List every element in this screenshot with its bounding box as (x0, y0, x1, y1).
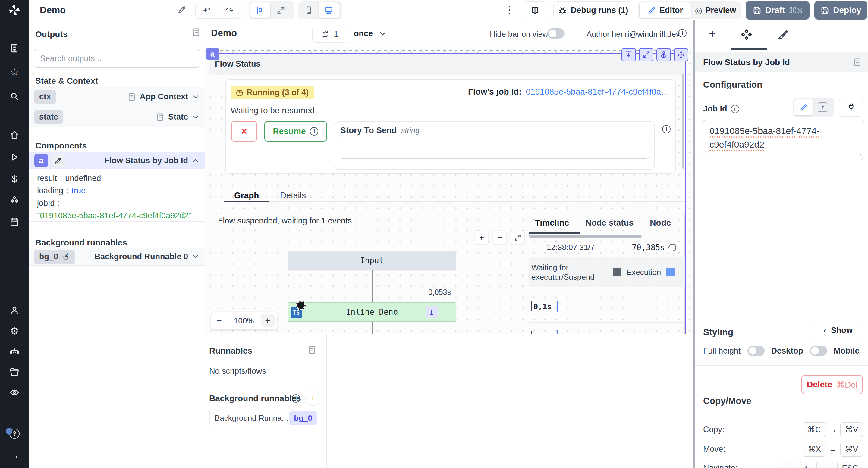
jobid-value: "0191085e-5baa-81ef-4774-c9ef4f0a92d2" (37, 211, 191, 221)
component-toolbar (621, 48, 688, 61)
job-id-value-line2: c9ef4f0a92d2 (710, 139, 764, 149)
bg-runnable-row[interactable]: bg_0 ☞ Background Runnable 0 (29, 247, 205, 266)
story-to-send-textarea[interactable] (340, 139, 649, 159)
chevron-down-icon (192, 93, 199, 101)
search-icon[interactable] (0, 90, 29, 102)
frequency-select[interactable]: once (354, 29, 387, 38)
tab-preview[interactable]: ◎ Preview (691, 2, 740, 18)
show-styling-button[interactable]: ‹ Show (813, 321, 863, 340)
docs-book-button[interactable] (524, 1, 547, 19)
panel-resize-splitter[interactable] (692, 21, 695, 468)
runnables-doc-icon[interactable] (307, 345, 316, 355)
job-id-textarea[interactable]: 0191085e-5baa-81ef-4774- c9ef4f0a92d2 (703, 120, 864, 160)
tab-node[interactable]: Node (650, 218, 671, 228)
edit-title-pencil-icon[interactable] (177, 5, 187, 14)
add-bg-runnable-button[interactable]: + (305, 391, 320, 406)
resume-form-card: Story To Sendstring (335, 121, 655, 170)
deploy-button[interactable]: Deploy (814, 1, 867, 20)
story-type: string (401, 126, 420, 135)
outputs-doc-icon[interactable] (192, 28, 201, 37)
cancel-button[interactable]: × (231, 121, 257, 141)
fullscreen-icon[interactable] (639, 48, 653, 61)
insert-component-tab-plus-icon[interactable]: + (709, 27, 716, 41)
form-info-icon[interactable]: i (662, 125, 671, 133)
center-layout-button[interactable] (250, 2, 270, 18)
collapse-rail-arrow-icon[interactable]: → (0, 449, 29, 461)
undo-button[interactable]: ↶ (195, 2, 218, 19)
workspace-icon[interactable] (0, 42, 29, 54)
more-menu-kebab-icon[interactable]: ⋮ (504, 4, 515, 16)
hide-bar-toggle[interactable] (547, 28, 564, 38)
static-input-pencil-button[interactable] (795, 99, 813, 115)
timeline-horizontal-scrollbar[interactable] (529, 235, 642, 238)
graph-zoom-in-button[interactable]: + (475, 231, 489, 244)
copy-shortcut-row: Copy: ⌘C → ⌘V (703, 421, 863, 438)
folders-icon[interactable] (0, 366, 29, 378)
preview-eye-icon: ◎ (695, 5, 702, 15)
styling-tab-brush-icon[interactable] (777, 29, 788, 40)
desktop-mobile-toggle[interactable] (810, 346, 827, 356)
favorites-star-icon[interactable]: ☆ (0, 66, 29, 78)
tab-timeline[interactable]: Timeline (535, 218, 569, 228)
desktop-view-button[interactable] (319, 2, 339, 18)
variables-dollar-icon[interactable]: $ (0, 173, 29, 185)
redo-button[interactable]: ↷ (218, 2, 241, 19)
resume-button[interactable]: Resume i (264, 121, 327, 141)
kbd-arrow-left: ← (779, 461, 796, 468)
settings-gear-icon[interactable]: ⚙ (0, 325, 29, 337)
audit-eye-icon[interactable] (0, 387, 29, 398)
timeline-execution-tick (557, 301, 558, 312)
debug-runs-label: Debug runs (1) (571, 6, 628, 15)
bg-runnables-info-icon[interactable]: i (292, 394, 300, 403)
app-canvas[interactable]: a Flow Status ◷ Running (3 of 4) Flow's … (205, 47, 692, 334)
help-icon[interactable]: ? (0, 428, 29, 440)
graph-node-input[interactable]: Input (288, 251, 456, 270)
resize-grip[interactable] (858, 153, 862, 158)
graph-fit-button[interactable] (511, 231, 525, 244)
debug-runs-button[interactable]: Debug runs (1) (553, 1, 632, 19)
connect-plug-button[interactable] (839, 98, 863, 116)
refresh-count-button[interactable]: 1 (312, 26, 347, 43)
waiting-to-resume-text: Waiting to be resumed (230, 106, 315, 115)
schedules-calendar-icon[interactable] (0, 216, 29, 228)
delete-button[interactable]: Delete ⌘Del (801, 375, 863, 394)
runs-play-icon[interactable] (0, 151, 29, 163)
state-row[interactable]: state State (29, 107, 205, 127)
job-id-info-icon[interactable]: i (731, 105, 739, 113)
resources-cubes-icon[interactable] (0, 194, 29, 206)
tab-graph[interactable]: Graph (234, 191, 259, 200)
ctx-row[interactable]: ctx App Context (29, 87, 205, 107)
component-row-flow-status[interactable]: a Flow Status by Job Id (29, 152, 205, 169)
bg-runnable-card[interactable]: Background Runna... bg_0 (210, 409, 320, 427)
expression-input-button[interactable]: f (813, 102, 832, 112)
flow-job-id-link[interactable]: 0191085e-5baa-81ef-4774-c9ef4f0a… (526, 87, 670, 97)
component-settings-header: Flow Status by Job Id (695, 52, 868, 72)
tab-editor[interactable]: Editor (640, 2, 691, 18)
tab-details[interactable]: Details (280, 191, 306, 200)
rename-pencil-icon[interactable] (51, 154, 65, 167)
author-info-icon[interactable]: i (678, 29, 687, 37)
mobile-view-button[interactable] (300, 2, 318, 18)
component-settings-tab-icon[interactable] (740, 28, 753, 41)
search-outputs-input[interactable] (34, 49, 200, 68)
zoom-out-button[interactable]: − (211, 315, 227, 326)
graph-zoom-out-button[interactable]: − (493, 231, 507, 244)
user-icon[interactable] (0, 304, 29, 316)
zoom-in-button[interactable]: + (261, 314, 275, 327)
canvas-vertical-scrollbar[interactable] (682, 74, 684, 169)
windmill-logo[interactable] (0, 0, 29, 21)
no-scripts-text: No scripts/flows (209, 367, 266, 376)
move-icon[interactable] (674, 48, 688, 61)
draft-button[interactable]: Draft ⌘S (746, 1, 809, 20)
tab-node-status[interactable]: Node status (585, 218, 633, 228)
anchor-icon[interactable] (656, 48, 671, 61)
expand-down-icon[interactable] (621, 48, 636, 61)
author-label: Author henri@windmill.dev (587, 30, 680, 39)
settings-doc-icon[interactable] (853, 58, 862, 67)
fullwidth-layout-button[interactable] (271, 2, 291, 18)
full-height-toggle[interactable] (747, 346, 765, 356)
graph-node-inline-deno[interactable]: TS Inline Deno I (288, 302, 456, 322)
workers-robot-icon[interactable] (0, 345, 29, 358)
timeline-bar-row-partial: 0, (529, 322, 685, 334)
home-icon[interactable] (0, 129, 29, 141)
